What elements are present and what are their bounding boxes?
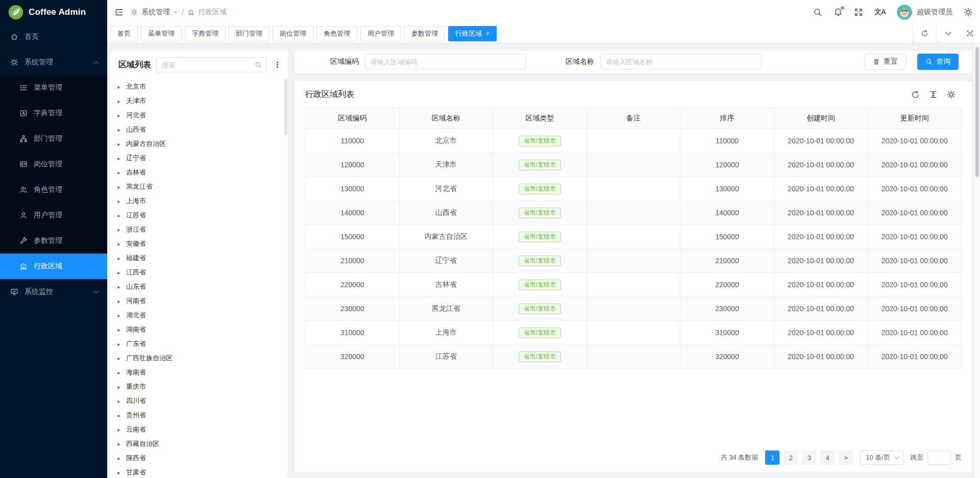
- next-page-button[interactable]: >: [839, 450, 853, 465]
- caret-right-icon[interactable]: ▸: [116, 113, 121, 118]
- tree-item[interactable]: ▸ 浙江省: [116, 222, 288, 237]
- caret-right-icon[interactable]: ▸: [116, 370, 121, 375]
- reset-button[interactable]: 重置: [865, 54, 906, 70]
- tree-item[interactable]: ▸ 黑龙江省: [116, 180, 288, 194]
- translate-icon[interactable]: 文A: [874, 8, 886, 17]
- tree-item[interactable]: ▸ 云南省: [116, 422, 288, 437]
- caret-right-icon[interactable]: ▸: [116, 341, 121, 347]
- refresh-tab-button[interactable]: [913, 24, 936, 43]
- sidebar-item-system[interactable]: 系统管理: [0, 49, 107, 75]
- tree-item[interactable]: ▸ 江苏省: [116, 208, 288, 222]
- sidebar-item-region-mgmt[interactable]: 行政区域: [0, 254, 107, 279]
- notification-bell[interactable]: [834, 8, 843, 17]
- caret-right-icon[interactable]: ▸: [116, 241, 121, 247]
- caret-right-icon[interactable]: ▸: [116, 184, 121, 190]
- caret-right-icon[interactable]: ▸: [116, 456, 121, 461]
- fullscreen-icon[interactable]: [854, 8, 863, 17]
- tree-item[interactable]: ▸ 湖北省: [116, 308, 288, 322]
- tree-item[interactable]: ▸ 辽宁省: [116, 151, 288, 165]
- settings-gear-icon[interactable]: [964, 8, 973, 17]
- tree-item[interactable]: ▸ 北京市: [116, 80, 288, 94]
- tab-options-button[interactable]: [936, 24, 960, 43]
- tab[interactable]: 首页: [110, 26, 138, 41]
- tree-item[interactable]: ▸ 安徽省: [116, 237, 288, 251]
- caret-right-icon[interactable]: ▸: [116, 356, 121, 361]
- tree-item[interactable]: ▸ 河北省: [116, 108, 288, 122]
- caret-right-icon[interactable]: ▸: [116, 327, 121, 333]
- tree-item[interactable]: ▸ 上海市: [116, 194, 288, 208]
- tree-item[interactable]: ▸ 贵州省: [116, 408, 288, 422]
- caret-right-icon[interactable]: ▸: [116, 98, 121, 104]
- tree-item[interactable]: ▸ 海南省: [116, 365, 288, 380]
- tab[interactable]: 参数管理: [404, 26, 445, 41]
- caret-right-icon[interactable]: ▸: [116, 141, 121, 147]
- region-name-input[interactable]: [600, 54, 762, 69]
- sidebar-item-monitor[interactable]: 系统监控: [0, 279, 107, 305]
- tree-more-menu-icon[interactable]: ⋮: [272, 60, 283, 69]
- caret-right-icon[interactable]: ▸: [116, 284, 121, 290]
- tree-item[interactable]: ▸ 山西省: [116, 122, 288, 137]
- user-chip[interactable]: 超级管理员: [897, 5, 952, 20]
- tab[interactable]: 菜单管理: [141, 26, 182, 41]
- caret-right-icon[interactable]: ▸: [116, 313, 121, 318]
- tree-item[interactable]: ▸ 甘肃省: [116, 465, 288, 478]
- caret-right-icon[interactable]: ▸: [116, 198, 121, 204]
- tree-item[interactable]: ▸ 四川省: [116, 394, 288, 408]
- caret-right-icon[interactable]: ▸: [116, 84, 121, 90]
- caret-right-icon[interactable]: ▸: [116, 170, 121, 175]
- page-button[interactable]: 1: [765, 450, 779, 465]
- search-icon[interactable]: [255, 61, 262, 68]
- sidebar-item-param-mgmt[interactable]: 参数管理: [0, 228, 107, 254]
- caret-right-icon[interactable]: ▸: [116, 270, 121, 275]
- tab[interactable]: 用户管理: [360, 26, 401, 41]
- page-button[interactable]: 4: [820, 450, 835, 465]
- tree-item[interactable]: ▸ 山东省: [116, 280, 288, 294]
- refresh-icon[interactable]: [911, 90, 920, 99]
- tree-item[interactable]: ▸ 广西壮族自治区: [116, 351, 288, 365]
- page-size-select[interactable]: 10 条/页: [860, 450, 904, 465]
- sidebar-item-post-mgmt[interactable]: 岗位管理: [0, 152, 107, 177]
- caret-right-icon[interactable]: ▸: [116, 156, 121, 161]
- tree-item[interactable]: ▸ 湖南省: [116, 322, 288, 337]
- tree-item[interactable]: ▸ 福建省: [116, 251, 288, 265]
- sidebar-item-home[interactable]: 首页: [0, 24, 107, 49]
- caret-right-icon[interactable]: ▸: [116, 427, 121, 433]
- page-button[interactable]: 2: [783, 450, 798, 465]
- sidebar-item-user-mgmt[interactable]: 用户管理: [0, 203, 107, 228]
- caret-right-icon[interactable]: ▸: [116, 441, 121, 447]
- jump-page-input[interactable]: [927, 450, 951, 465]
- tree-scrollbar-thumb[interactable]: [284, 79, 287, 135]
- scrollbar-thumb[interactable]: [975, 47, 979, 177]
- tab[interactable]: 角色管理: [316, 26, 357, 41]
- caret-right-icon[interactable]: ▸: [116, 256, 121, 261]
- tree-item[interactable]: ▸ 西藏自治区: [116, 437, 288, 451]
- caret-right-icon[interactable]: ▸: [116, 398, 121, 404]
- tree-item[interactable]: ▸ 重庆市: [116, 380, 288, 394]
- tree-item[interactable]: ▸ 天津市: [116, 94, 288, 108]
- caret-right-icon[interactable]: ▸: [116, 213, 121, 218]
- sidebar-item-dept-mgmt[interactable]: 部门管理: [0, 126, 107, 152]
- tree-item[interactable]: ▸ 广东省: [116, 337, 288, 351]
- window-scrollbar[interactable]: [974, 44, 980, 478]
- search-button[interactable]: 查询: [917, 54, 959, 70]
- caret-right-icon[interactable]: ▸: [116, 298, 121, 304]
- caret-right-icon[interactable]: ▸: [116, 127, 121, 133]
- page-button[interactable]: 3: [802, 450, 816, 465]
- search-icon[interactable]: [813, 8, 822, 17]
- caret-right-icon[interactable]: ▸: [116, 413, 121, 418]
- tree-item[interactable]: ▸ 河南省: [116, 294, 288, 308]
- tree-search-input[interactable]: [162, 61, 252, 69]
- tab[interactable]: 部门管理: [229, 26, 270, 41]
- sidebar-item-role-mgmt[interactable]: 角色管理: [0, 177, 107, 203]
- collapse-sidebar-icon[interactable]: [114, 8, 124, 17]
- tab-close-icon[interactable]: ×: [486, 31, 489, 37]
- sidebar-item-dict-mgmt[interactable]: 字典管理: [0, 100, 107, 126]
- tab[interactable]: 字典管理: [185, 26, 226, 41]
- tab[interactable]: 行政区域 ×: [448, 26, 497, 41]
- tree-item[interactable]: ▸ 内蒙古自治区: [116, 137, 288, 151]
- row-height-icon[interactable]: [929, 90, 938, 99]
- tree-item[interactable]: ▸ 陕西省: [116, 451, 288, 465]
- tree-item[interactable]: ▸ 吉林省: [116, 165, 288, 180]
- region-code-input[interactable]: [365, 54, 526, 69]
- tab[interactable]: 岗位管理: [273, 26, 313, 41]
